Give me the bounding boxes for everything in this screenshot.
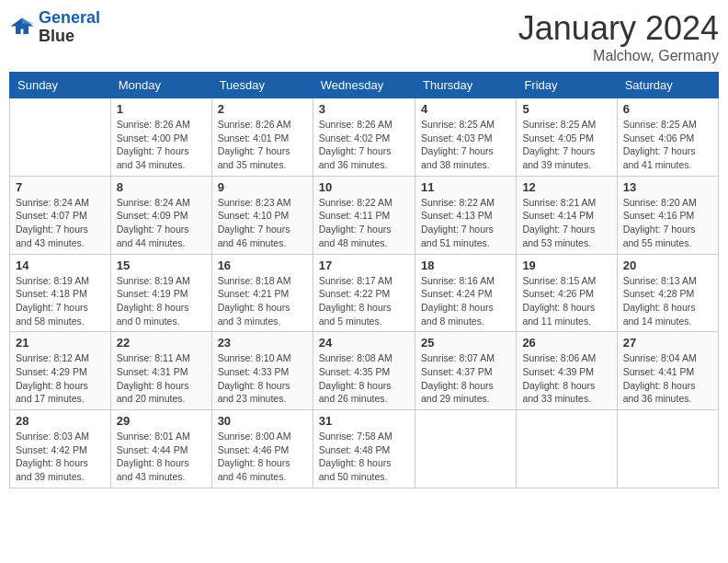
day-number: 17 [319, 259, 409, 272]
day-number: 28 [16, 414, 105, 428]
calendar-day-cell: 2Sunrise: 8:26 AM Sunset: 4:01 PM Daylig… [211, 98, 313, 177]
day-info: Sunrise: 8:17 AM Sunset: 4:22 PM Dayligh… [319, 274, 409, 328]
day-number: 4 [421, 102, 510, 116]
calendar-week-row: 7Sunrise: 8:24 AM Sunset: 4:07 PM Daylig… [10, 176, 719, 254]
logo-text: General Blue [39, 9, 100, 46]
day-info: Sunrise: 7:58 AM Sunset: 4:48 PM Dayligh… [319, 430, 409, 484]
day-info: Sunrise: 8:03 AM Sunset: 4:42 PM Dayligh… [16, 430, 105, 484]
day-info: Sunrise: 8:11 AM Sunset: 4:31 PM Dayligh… [117, 351, 206, 406]
calendar-day-cell: 17Sunrise: 8:17 AM Sunset: 4:22 PM Dayli… [313, 254, 415, 332]
title-section: January 2024 Malchow, Germany [518, 9, 719, 64]
day-info: Sunrise: 8:23 AM Sunset: 4:10 PM Dayligh… [218, 196, 307, 250]
day-number: 20 [623, 259, 712, 272]
day-number: 14 [16, 259, 105, 272]
logo-line1: General [39, 8, 100, 27]
calendar-day-cell: 16Sunrise: 8:18 AM Sunset: 4:21 PM Dayli… [211, 254, 313, 332]
calendar-week-row: 14Sunrise: 8:19 AM Sunset: 4:18 PM Dayli… [10, 254, 719, 332]
day-info: Sunrise: 8:26 AM Sunset: 4:00 PM Dayligh… [117, 118, 206, 172]
calendar-day-cell: 9Sunrise: 8:23 AM Sunset: 4:10 PM Daylig… [211, 176, 313, 254]
day-number: 11 [421, 180, 510, 194]
day-info: Sunrise: 8:07 AM Sunset: 4:37 PM Dayligh… [421, 351, 510, 406]
day-number: 12 [522, 180, 610, 194]
day-number: 26 [522, 336, 610, 350]
weekday-header-cell: Tuesday [211, 73, 313, 98]
day-number: 8 [117, 180, 206, 194]
day-number: 30 [218, 414, 307, 428]
calendar-day-cell: 12Sunrise: 8:21 AM Sunset: 4:14 PM Dayli… [517, 176, 617, 254]
day-info: Sunrise: 8:26 AM Sunset: 4:02 PM Dayligh… [319, 118, 409, 172]
calendar-day-cell [517, 410, 617, 488]
day-number: 15 [117, 259, 206, 272]
calendar-day-cell: 25Sunrise: 8:07 AM Sunset: 4:37 PM Dayli… [415, 332, 516, 410]
calendar-day-cell: 10Sunrise: 8:22 AM Sunset: 4:11 PM Dayli… [313, 176, 415, 254]
calendar-day-cell: 26Sunrise: 8:06 AM Sunset: 4:39 PM Dayli… [517, 332, 617, 410]
svg-marker-1 [22, 17, 34, 23]
day-number: 31 [319, 414, 409, 428]
header: General Blue January 2024 Malchow, Germa… [9, 9, 719, 64]
calendar-day-cell: 6Sunrise: 8:25 AM Sunset: 4:06 PM Daylig… [617, 98, 718, 177]
day-number: 25 [421, 336, 510, 350]
calendar-day-cell: 31Sunrise: 7:58 AM Sunset: 4:48 PM Dayli… [313, 410, 415, 488]
day-info: Sunrise: 8:18 AM Sunset: 4:21 PM Dayligh… [218, 274, 307, 328]
calendar-day-cell: 1Sunrise: 8:26 AM Sunset: 4:00 PM Daylig… [110, 98, 211, 177]
day-info: Sunrise: 8:25 AM Sunset: 4:05 PM Dayligh… [522, 118, 610, 172]
day-info: Sunrise: 8:10 AM Sunset: 4:33 PM Dayligh… [218, 351, 307, 406]
calendar-day-cell: 29Sunrise: 8:01 AM Sunset: 4:44 PM Dayli… [110, 410, 211, 488]
day-number: 6 [623, 102, 712, 116]
weekday-header-cell: Sunday [10, 73, 111, 98]
calendar-day-cell: 24Sunrise: 8:08 AM Sunset: 4:35 PM Dayli… [313, 332, 415, 410]
day-info: Sunrise: 8:00 AM Sunset: 4:46 PM Dayligh… [218, 430, 307, 484]
month-title: January 2024 [518, 9, 719, 48]
day-info: Sunrise: 8:01 AM Sunset: 4:44 PM Dayligh… [117, 430, 206, 484]
day-number: 21 [16, 336, 105, 350]
day-number: 9 [218, 180, 307, 194]
day-number: 22 [117, 336, 206, 350]
day-info: Sunrise: 8:06 AM Sunset: 4:39 PM Dayligh… [522, 351, 610, 406]
day-info: Sunrise: 8:24 AM Sunset: 4:09 PM Dayligh… [117, 196, 206, 250]
day-info: Sunrise: 8:19 AM Sunset: 4:18 PM Dayligh… [16, 274, 105, 328]
calendar-day-cell: 7Sunrise: 8:24 AM Sunset: 4:07 PM Daylig… [10, 176, 111, 254]
day-number: 13 [623, 180, 712, 194]
calendar-day-cell: 20Sunrise: 8:13 AM Sunset: 4:28 PM Dayli… [617, 254, 718, 332]
day-info: Sunrise: 8:26 AM Sunset: 4:01 PM Dayligh… [218, 118, 307, 172]
day-number: 19 [522, 259, 610, 272]
day-info: Sunrise: 8:04 AM Sunset: 4:41 PM Dayligh… [623, 351, 712, 406]
calendar-day-cell: 28Sunrise: 8:03 AM Sunset: 4:42 PM Dayli… [10, 410, 111, 488]
day-number: 18 [421, 259, 510, 272]
day-number: 23 [218, 336, 307, 350]
day-number: 1 [117, 102, 206, 116]
day-number: 29 [117, 414, 206, 428]
logo-icon [9, 15, 35, 40]
day-number: 7 [16, 180, 105, 194]
calendar-day-cell: 21Sunrise: 8:12 AM Sunset: 4:29 PM Dayli… [10, 332, 111, 410]
day-info: Sunrise: 8:12 AM Sunset: 4:29 PM Dayligh… [16, 351, 105, 406]
day-number: 3 [319, 102, 409, 116]
calendar-day-cell: 11Sunrise: 8:22 AM Sunset: 4:13 PM Dayli… [415, 176, 516, 254]
day-info: Sunrise: 8:19 AM Sunset: 4:19 PM Dayligh… [117, 274, 206, 328]
calendar-day-cell: 18Sunrise: 8:16 AM Sunset: 4:24 PM Dayli… [415, 254, 516, 332]
calendar-day-cell: 14Sunrise: 8:19 AM Sunset: 4:18 PM Dayli… [10, 254, 111, 332]
calendar-day-cell: 4Sunrise: 8:25 AM Sunset: 4:03 PM Daylig… [415, 98, 516, 177]
calendar-week-row: 1Sunrise: 8:26 AM Sunset: 4:00 PM Daylig… [10, 98, 719, 177]
day-info: Sunrise: 8:25 AM Sunset: 4:06 PM Dayligh… [623, 118, 712, 172]
day-number: 24 [319, 336, 409, 350]
weekday-header-cell: Thursday [415, 73, 516, 98]
weekday-header-row: SundayMondayTuesdayWednesdayThursdayFrid… [10, 73, 719, 98]
calendar-day-cell: 8Sunrise: 8:24 AM Sunset: 4:09 PM Daylig… [110, 176, 211, 254]
day-info: Sunrise: 8:22 AM Sunset: 4:13 PM Dayligh… [421, 196, 510, 250]
calendar-day-cell: 30Sunrise: 8:00 AM Sunset: 4:46 PM Dayli… [211, 410, 313, 488]
logo: General Blue [9, 9, 100, 46]
day-info: Sunrise: 8:20 AM Sunset: 4:16 PM Dayligh… [623, 196, 712, 250]
calendar-body: 1Sunrise: 8:26 AM Sunset: 4:00 PM Daylig… [10, 98, 719, 488]
weekday-header-cell: Saturday [617, 73, 718, 98]
calendar-day-cell: 27Sunrise: 8:04 AM Sunset: 4:41 PM Dayli… [617, 332, 718, 410]
day-info: Sunrise: 8:25 AM Sunset: 4:03 PM Dayligh… [421, 118, 510, 172]
weekday-header-cell: Friday [517, 73, 617, 98]
calendar-day-cell [415, 410, 516, 488]
calendar-day-cell [10, 98, 111, 177]
day-info: Sunrise: 8:24 AM Sunset: 4:07 PM Dayligh… [16, 196, 105, 250]
day-info: Sunrise: 8:15 AM Sunset: 4:26 PM Dayligh… [522, 274, 610, 328]
day-number: 10 [319, 180, 409, 194]
day-info: Sunrise: 8:22 AM Sunset: 4:11 PM Dayligh… [319, 196, 409, 250]
calendar-day-cell [617, 410, 718, 488]
